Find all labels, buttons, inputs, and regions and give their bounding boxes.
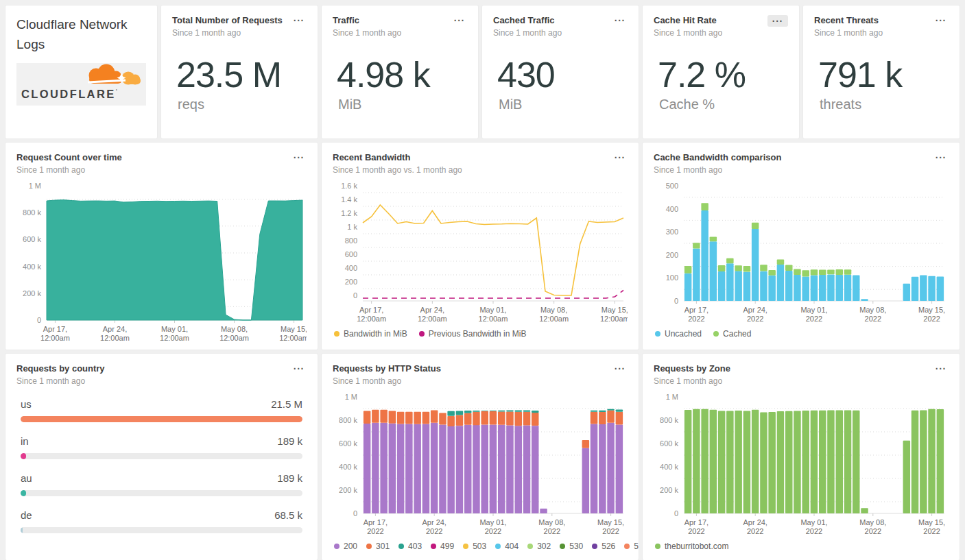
panel-menu-button[interactable]: ... <box>291 152 307 162</box>
svg-text:May 01,: May 01, <box>800 306 827 314</box>
panel-subtitle: Since 1 month ago <box>654 165 781 175</box>
area-chart-svg: 0200 k400 k600 k800 k1 MApr 17,12:00amAp… <box>16 179 307 343</box>
requests-by-zone-chart: 0200 k400 k600 k800 k1 MApr 17,2022Apr 2… <box>654 390 949 537</box>
svg-text:12:00am: 12:00am <box>160 334 189 342</box>
stat-unit: reqs <box>178 97 307 112</box>
svg-text:12:00am: 12:00am <box>479 315 508 323</box>
legend-dot <box>334 331 339 337</box>
legend-item-200[interactable]: 200 <box>334 541 357 551</box>
panel-title: Cached Traffic <box>493 15 562 26</box>
panel-title: Requests by HTTP Status <box>333 363 441 374</box>
legend-label: 526 <box>601 541 615 551</box>
svg-text:Apr 17,: Apr 17, <box>43 325 67 333</box>
request-count-chart: 0200 k400 k600 k800 k1 MApr 17,12:00amAp… <box>16 179 307 343</box>
panel-traffic: Traffic Since 1 month ago ... 4.98 k MiB <box>322 5 478 138</box>
svg-text:1.4 k: 1.4 k <box>341 195 357 204</box>
legend-item-524[interactable]: 524 <box>624 541 639 551</box>
legend-item-403[interactable]: 403 <box>398 541 422 551</box>
panel-subtitle: Since 1 month ago <box>654 376 730 386</box>
svg-text:2022: 2022 <box>747 527 763 535</box>
legend-item-301[interactable]: 301 <box>366 541 390 551</box>
legend-dot <box>592 544 597 549</box>
legend-item-302[interactable]: 302 <box>527 541 551 551</box>
svg-text:May 08,: May 08, <box>221 325 248 333</box>
country-row-in: in189 k <box>16 435 307 459</box>
panel-menu-button[interactable]: ... <box>612 152 628 162</box>
panel-menu-button[interactable]: ... <box>933 152 949 162</box>
svg-text:800 k: 800 k <box>660 416 678 424</box>
svg-text:12:00am: 12:00am <box>279 334 307 342</box>
panel-menu-button[interactable]: ... <box>612 363 628 374</box>
legend-dot <box>560 544 565 549</box>
legend-label: 499 <box>440 541 454 551</box>
panel-total-requests: Total Number of Requests Since 1 month a… <box>161 5 318 138</box>
stat-unit: Cache % <box>659 97 788 112</box>
country-value: 189 k <box>277 472 302 484</box>
svg-text:May 15,: May 15, <box>918 518 945 526</box>
panel-menu-button[interactable]: ... <box>291 363 307 374</box>
legend-item-503[interactable]: 503 <box>463 541 486 551</box>
svg-text:200: 200 <box>666 251 678 259</box>
svg-text:May 01,: May 01, <box>479 306 506 314</box>
legend-label: Bandwidth in MiB <box>344 329 407 339</box>
panel-subtitle: Since 1 month ago <box>654 28 722 38</box>
legend-dot <box>655 331 660 337</box>
panel-subtitle: Since 1 month ago <box>814 28 883 38</box>
svg-text:2022: 2022 <box>688 315 704 323</box>
svg-text:200 k: 200 k <box>339 486 357 494</box>
panel-menu-button[interactable]: ... <box>933 363 949 374</box>
panel-title: Requests by Zone <box>654 363 730 374</box>
svg-text:2022: 2022 <box>688 527 704 535</box>
svg-text:12:00am: 12:00am <box>357 315 386 323</box>
legend-dot <box>624 544 630 549</box>
legend-item-previous-bandwidth-in-mib[interactable]: Previous Bandwidth in MiB <box>419 329 527 339</box>
country-value: 68.5 k <box>274 509 302 521</box>
panel-requests-by-country: Requests by country Since 1 month ago ..… <box>5 354 318 560</box>
legend-label: 530 <box>569 541 583 551</box>
dashboard-title: Cloudflare Network Logs <box>16 15 146 54</box>
legend-item-theburritobot-com[interactable]: theburritobot.com <box>655 541 728 551</box>
panel-cache-bandwidth: Cache Bandwidth comparison Since 1 month… <box>643 143 960 350</box>
country-row-us: us21.5 M <box>16 398 307 422</box>
legend-dot <box>431 544 436 549</box>
svg-text:0: 0 <box>674 509 678 518</box>
svg-text:0: 0 <box>674 297 678 305</box>
legend-item-404[interactable]: 404 <box>495 541 519 551</box>
legend-label: 302 <box>537 541 551 551</box>
country-bar <box>21 453 26 459</box>
legend-label: 403 <box>408 541 422 551</box>
panel-title: Recent Threats <box>814 15 883 26</box>
panel-menu-button[interactable]: ... <box>612 15 628 25</box>
country-label: us <box>21 398 32 410</box>
panel-menu-button[interactable]: ... <box>767 15 788 27</box>
svg-text:12:00am: 12:00am <box>539 315 569 323</box>
panel-menu-button[interactable]: ... <box>933 15 949 25</box>
svg-text:Apr 24,: Apr 24, <box>422 518 446 526</box>
country-bar-track <box>21 453 302 459</box>
stat-unit: MiB <box>499 97 628 112</box>
legend-item-526[interactable]: 526 <box>592 541 615 551</box>
panel-menu-button[interactable]: ... <box>291 15 307 25</box>
svg-text:May 15,: May 15, <box>281 325 307 333</box>
legend-item-uncached[interactable]: Uncached <box>655 329 702 339</box>
panel-branding: Cloudflare Network Logs CLOUDFLARE' <box>5 5 157 138</box>
legend-item-499[interactable]: 499 <box>431 541 454 551</box>
svg-text:2022: 2022 <box>923 527 940 535</box>
panel-subtitle: Since 1 month ago <box>333 376 441 386</box>
panel-cache-hit-rate: Cache Hit Rate Since 1 month ago ... 7.2… <box>643 5 799 138</box>
stat-unit: MiB <box>338 97 467 112</box>
svg-text:2022: 2022 <box>806 315 822 323</box>
stacked-bar-chart-svg: 0200 k400 k600 k800 k1 MApr 17,2022Apr 2… <box>333 390 628 537</box>
panel-requests-by-http-status: Requests by HTTP Status Since 1 month ag… <box>322 354 639 560</box>
legend-item-530[interactable]: 530 <box>560 541 583 551</box>
legend-dot <box>463 544 468 549</box>
stat-value: 430 <box>497 54 628 95</box>
legend-item-cached[interactable]: Cached <box>713 329 751 339</box>
country-label: au <box>21 472 32 484</box>
svg-text:1 M: 1 M <box>29 182 41 190</box>
panel-menu-button[interactable]: ... <box>452 15 467 25</box>
legend-item-bandwidth-in-mib[interactable]: Bandwidth in MiB <box>334 329 407 339</box>
legend-label: 200 <box>344 541 357 551</box>
panel-recent-threats: Recent Threats Since 1 month ago ... 791… <box>803 5 960 138</box>
country-label: de <box>21 509 32 521</box>
